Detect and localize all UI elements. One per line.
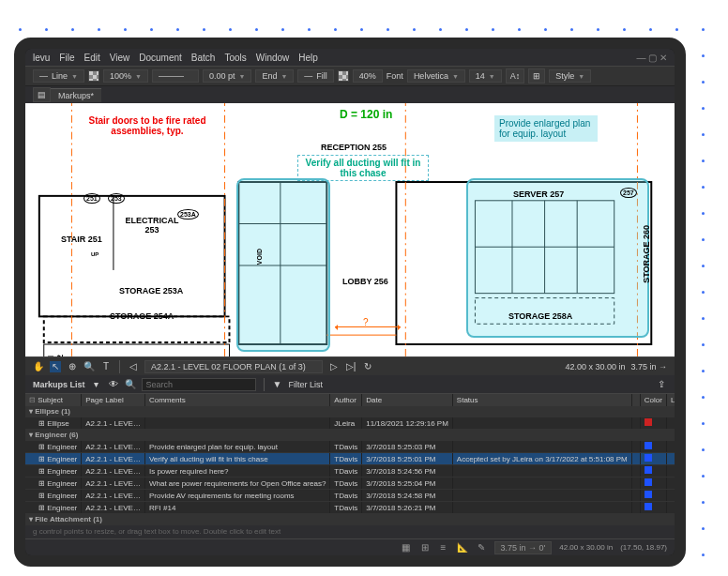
room-tag: 253A (177, 209, 199, 220)
dimension-question[interactable]: ? (363, 317, 369, 327)
column-header[interactable]: Layer (666, 394, 675, 406)
menu-item[interactable]: Edit (83, 53, 99, 63)
scale-readout[interactable]: 3.75 in → 0' (494, 541, 553, 554)
menu-item[interactable]: levu (33, 53, 50, 63)
callout-text-box[interactable]: Provide enlarged plan for equip. layout (494, 115, 598, 142)
column-header[interactable] (631, 394, 640, 406)
menu-item[interactable]: File (59, 53, 74, 63)
column-header[interactable]: Author (330, 394, 362, 406)
table-row[interactable]: ⊞ EngineerA2.2.1 - LEVE…Is power require… (25, 465, 675, 477)
search-input[interactable] (142, 378, 256, 391)
grid-icon[interactable]: ▦ (401, 542, 412, 553)
room-label: ELECTRICAL 253 (119, 216, 185, 235)
callout-text-selected[interactable]: Verify all ducting will fit in this chas… (297, 155, 429, 181)
room-tag: 257 (620, 188, 637, 198)
prev-page-icon[interactable]: ◁ (128, 361, 139, 372)
fill-dropdown[interactable]: — Fill (297, 69, 334, 83)
edit-icon[interactable]: ✎ (476, 542, 487, 553)
room-label: STORAGE 254A (110, 311, 174, 321)
rotate-icon[interactable]: ↻ (362, 361, 373, 372)
color-picker[interactable] (88, 70, 99, 82)
measure-icon[interactable]: 📐 (457, 542, 468, 553)
column-header[interactable]: Comments (144, 394, 329, 406)
zoom-dropdown[interactable]: 100% ▼ (103, 69, 148, 83)
column-header[interactable]: Page Label (82, 394, 145, 406)
hand-tool-icon[interactable]: ✋ (33, 361, 44, 372)
page-dimensions: 42.00 x 30.00 in (565, 362, 625, 371)
zoom-tool-icon[interactable]: 🔍 (83, 361, 95, 372)
snap-icon[interactable]: ⊞ (419, 542, 431, 553)
view-navigation-bar: ✋ ↖ ⊕ 🔍 T ◁ A2.2.1 - LEVEL 02 FLOOR PLAN… (25, 356, 675, 375)
room-tag: 253 (108, 193, 125, 204)
panel-toggle-button[interactable]: ▤ (33, 87, 51, 102)
opacity-dropdown[interactable]: 40% (353, 69, 383, 83)
sheet-dropdown[interactable]: A2.2.1 - LEVEL 02 FLOOR PLAN (1 of 3) (144, 360, 323, 373)
line-tool-dropdown[interactable]: — Line ▼ (33, 69, 84, 83)
table-row[interactable]: ⊞ EngineerA2.2.1 - LEVE…Verify all ducti… (25, 453, 675, 465)
menu-item[interactable]: Window (256, 53, 290, 63)
menu-item[interactable]: Help (298, 53, 318, 63)
group-row[interactable]: ▾ Ellipse (1) (25, 406, 675, 417)
group-row[interactable]: ▾ Engineer (6) (25, 430, 675, 441)
visibility-icon[interactable]: 👁 (108, 379, 119, 390)
drawing-canvas[interactable]: D = 120 in Stair doors to be fire rated … (25, 103, 675, 356)
stroke-width[interactable]: 0.00 pt ▼ (203, 69, 251, 83)
column-header[interactable]: Status (452, 394, 631, 406)
font-size-dropdown[interactable]: 14 ▼ (469, 69, 502, 83)
hint-text: g control points to resize, or drag text… (25, 525, 675, 538)
layers-icon[interactable]: ≡ (438, 542, 449, 553)
filter-label[interactable]: Filter List (289, 380, 324, 389)
search-icon[interactable]: 🔍 (125, 379, 136, 390)
menu-item[interactable]: Document (139, 53, 182, 63)
font-label: Font (387, 71, 403, 81)
table-row[interactable]: ⊞ EngineerA2.2.1 - LEVE…Provide AV requi… (25, 490, 675, 502)
menu-item[interactable]: Batch (191, 53, 216, 63)
column-header[interactable]: Date (362, 394, 453, 406)
text-options-button[interactable]: ⊞ (528, 68, 545, 83)
document-tab[interactable]: Markups* (51, 88, 101, 102)
room-label: 'S RM 252 (37, 355, 65, 356)
markups-panel-header: Markups List ▾ 👁 🔍 ▼ Filter List ⇪ (25, 375, 675, 394)
filter-icon[interactable]: ▼ (272, 379, 283, 390)
menu-bar: levuFileEditViewDocumentBatchToolsWindow… (25, 49, 675, 66)
formatting-toolbar: — Line ▼ 100% ▼ ——— 0.00 pt ▼ End ▼ — Fi… (25, 66, 675, 86)
pan-tool-icon[interactable]: ⊕ (67, 361, 78, 372)
fill-color[interactable] (338, 70, 349, 82)
column-header[interactable]: Color (640, 394, 666, 406)
room-tag: 251 (83, 193, 100, 204)
panel-menu-icon[interactable]: ▾ (91, 379, 102, 390)
page-size-readout: 42.00 x 30.00 in (559, 543, 613, 552)
window-controls[interactable]: — ▢ ✕ (636, 53, 667, 63)
cloud-markup[interactable] (236, 178, 330, 352)
dimension-text[interactable]: D = 120 in (340, 108, 392, 121)
markups-table[interactable]: ⊟ SubjectPage LabelCommentsAuthorDateSta… (25, 394, 675, 525)
last-page-icon[interactable]: ▷| (345, 361, 356, 372)
room-label: STORAGE 258A (508, 311, 572, 321)
table-row[interactable]: ⊞ EngineerA2.2.1 - LEVE…Provide enlarged… (25, 441, 675, 453)
room-label: UP (91, 251, 99, 257)
room-label: STORAGE 253A (119, 286, 183, 296)
table-row[interactable]: ⊞ EllipseA2.2.1 - LEVE…JLeira11/18/2021 … (25, 417, 675, 430)
room-label: RECEPTION 255 (321, 143, 387, 152)
style-dropdown[interactable]: Style ▼ (549, 69, 591, 83)
room-label: STAIR 251 (61, 235, 102, 244)
select-tool-icon[interactable]: ↖ (50, 361, 61, 372)
ruler-reading: 3.75 in → (630, 362, 667, 371)
next-page-icon[interactable]: ▷ (328, 361, 340, 372)
callout-text-red[interactable]: Stair doors to be fire rated assemblies,… (77, 115, 218, 136)
text-tool-icon[interactable]: T (100, 361, 112, 372)
menu-item[interactable]: View (110, 53, 130, 63)
menu-item[interactable]: Tools (224, 53, 246, 63)
font-family-dropdown[interactable]: Helvetica ▼ (407, 69, 465, 83)
room-label: LOBBY 256 (342, 277, 388, 286)
stroke-style-dropdown[interactable]: ——— (152, 69, 199, 83)
column-header[interactable]: ⊟ Subject (25, 394, 82, 406)
table-row[interactable]: ⊞ EngineerA2.2.1 - LEVE…RFI #14TDavis3/7… (25, 502, 675, 514)
table-row[interactable]: ⊞ EngineerA2.2.1 - LEVE…What are power r… (25, 477, 675, 490)
group-row[interactable]: ▾ File Attachment (1) (25, 514, 675, 525)
end-dropdown[interactable]: End ▼ (255, 69, 294, 83)
document-tabs: ▤ Markups* (25, 86, 675, 103)
text-align-button[interactable]: A↕ (506, 68, 525, 83)
export-icon[interactable]: ⇪ (656, 379, 667, 390)
tablet-frame: levuFileEditViewDocumentBatchToolsWindow… (14, 38, 686, 567)
